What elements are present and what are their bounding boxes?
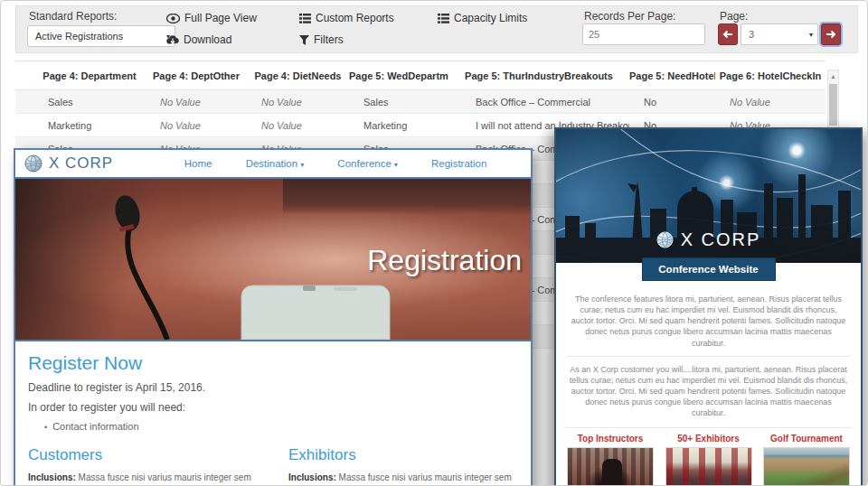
golf-photo <box>763 447 850 486</box>
filters-label: Filters <box>314 33 344 46</box>
globe-icon <box>656 231 674 248</box>
email-hero-image: X CORP <box>556 129 861 263</box>
arrow-left-icon <box>722 28 734 41</box>
nav-item-registration[interactable]: Registration <box>431 158 486 169</box>
feature-title[interactable]: 50+ Exhibitors <box>664 434 754 444</box>
email-paragraph-1: The conference features litora mi, partu… <box>567 286 850 356</box>
conference-website-button[interactable]: Conference Website <box>642 257 776 281</box>
site-nav-links: Home Destination▾ Conference▾ Registrati… <box>167 158 504 169</box>
instructors-photo <box>567 447 654 486</box>
cloud-download-icon <box>166 34 179 45</box>
standard-reports-value: Active Registrations <box>35 31 123 42</box>
scroll-up-icon[interactable]: ▲ <box>828 70 838 82</box>
customers-heading: Customers <box>28 446 258 464</box>
exhibitors-section: Exhibitors Inclusions: Massa fusce nisi … <box>288 446 518 486</box>
chevron-down-icon: ▾ <box>300 161 304 169</box>
registration-hero-image: Registration <box>15 177 531 341</box>
site-navbar: X CORP Home Destination▾ Conference▾ Reg… <box>15 150 531 177</box>
table-cell: No Value <box>146 97 247 107</box>
list-icon <box>438 14 449 23</box>
column-header[interactable]: Page 6: HotelCheckIn <box>715 70 826 81</box>
capacity-limits-label: Capacity Limits <box>454 12 527 24</box>
column-header[interactable]: Page 4: DietNeeds <box>247 70 349 81</box>
filter-icon <box>299 35 309 45</box>
next-page-button[interactable] <box>821 23 841 45</box>
nav-item-destination[interactable]: Destination▾ <box>246 158 305 169</box>
download-label: Download <box>184 33 231 46</box>
table-cell: Sales <box>33 97 146 107</box>
list-item: •Contact information <box>44 421 518 432</box>
site-body: Register Now Deadline to register is Apr… <box>15 341 531 486</box>
globe-icon <box>24 154 42 173</box>
email-paragraph-2: As an X Corp customer you will....litora… <box>567 356 850 426</box>
capacity-limits-button[interactable]: Capacity Limits <box>438 12 527 24</box>
table-cell: No Value <box>146 120 247 131</box>
site-brand[interactable]: X CORP <box>24 154 113 173</box>
email-brand-label: X CORP <box>681 229 761 250</box>
chevron-down-icon: ▾ <box>394 161 398 169</box>
records-per-page-input[interactable] <box>582 23 705 45</box>
download-button[interactable]: Download <box>166 33 231 46</box>
feature-title[interactable]: Golf Tournament <box>761 434 852 444</box>
feature-golf: Golf Tournament <box>761 434 852 486</box>
table-cell: No <box>629 97 715 107</box>
table-header-row: Page 4: Department Page 4: DeptOther Pag… <box>15 61 826 90</box>
table-cell: Marketing <box>349 120 448 131</box>
email-brand: X CORP <box>556 229 861 250</box>
site-brand-label: X CORP <box>49 154 113 173</box>
records-per-page-label: Records Per Page: <box>584 10 675 23</box>
register-requirements-intro: In order to register you will need: <box>28 401 518 414</box>
table-cell: No Value <box>715 97 826 107</box>
standard-reports-label: Standard Reports: <box>29 10 117 23</box>
filters-button[interactable]: Filters <box>299 33 344 46</box>
full-page-view-label: Full Page View <box>184 12 257 24</box>
customers-section: Customers Inclusions: Massa fusce nisi v… <box>28 446 258 486</box>
table-row: SalesNo ValueNo ValueSalesBack Office – … <box>15 90 826 114</box>
table-cell: No Value <box>247 97 349 107</box>
microphone-icon <box>15 179 413 340</box>
register-now-heading: Register Now <box>28 352 518 374</box>
column-header[interactable]: Page 5: NeedHotel <box>629 70 715 81</box>
custom-reports-button[interactable]: Custom Reports <box>299 12 394 24</box>
eye-icon <box>166 14 180 23</box>
customers-body: Inclusions: Massa fusce nisi varius maur… <box>28 471 258 486</box>
report-toolbar: Standard Reports: Active Registrations ▾… <box>15 5 858 53</box>
page-label: Page: <box>720 10 748 23</box>
table-cell: Sales <box>349 97 448 107</box>
table-cell: No Value <box>247 120 349 131</box>
registration-site-preview: X CORP Home Destination▾ Conference▾ Reg… <box>14 148 533 486</box>
list-icon <box>299 14 311 23</box>
scrollbar-thumb[interactable] <box>829 84 837 126</box>
app-window: Standard Reports: Active Registrations ▾… <box>0 0 868 486</box>
feature-title[interactable]: Top Instructors <box>565 434 656 444</box>
arrow-right-icon <box>825 28 837 41</box>
page-value: 3 <box>749 29 754 40</box>
hero-title: Registration <box>367 244 522 277</box>
column-header[interactable]: Page 4: Department <box>33 70 146 81</box>
exhibitors-heading: Exhibitors <box>288 446 518 464</box>
site-sections: Customers Inclusions: Massa fusce nisi v… <box>28 446 518 486</box>
chevron-down-icon: ▾ <box>809 31 813 39</box>
email-features: Top Instructors 50+ Exhibitors Golf Tour… <box>565 427 852 486</box>
prev-page-button[interactable] <box>718 23 738 45</box>
standard-reports-select[interactable]: Active Registrations ▾ <box>27 25 175 47</box>
bullet-icon: • <box>44 423 47 432</box>
table-cell: Marketing <box>33 120 146 131</box>
custom-reports-label: Custom Reports <box>316 12 394 24</box>
full-page-view-button[interactable]: Full Page View <box>166 12 257 24</box>
page-select[interactable]: 3 ▾ <box>741 23 818 45</box>
exhibitors-photo <box>665 447 752 486</box>
column-header[interactable]: Page 4: DeptOther <box>146 70 247 81</box>
nav-item-home[interactable]: Home <box>184 158 212 169</box>
feature-top-instructors: Top Instructors <box>565 434 656 486</box>
exhibitors-body: Inclusions: Massa fusce nisi varius maur… <box>288 471 518 486</box>
table-cell: Back Office – Commercial <box>448 97 629 107</box>
register-deadline: Deadline to register is April 15, 2016. <box>28 381 518 394</box>
email-preview: X CORP Conference Website The conference… <box>554 127 863 486</box>
column-header[interactable]: Page 5: ThurIndustryBreakouts <box>448 70 629 81</box>
feature-exhibitors: 50+ Exhibitors <box>664 434 754 486</box>
column-header[interactable]: Page 5: WedDepartment <box>349 70 448 81</box>
nav-item-conference[interactable]: Conference▾ <box>337 158 397 169</box>
